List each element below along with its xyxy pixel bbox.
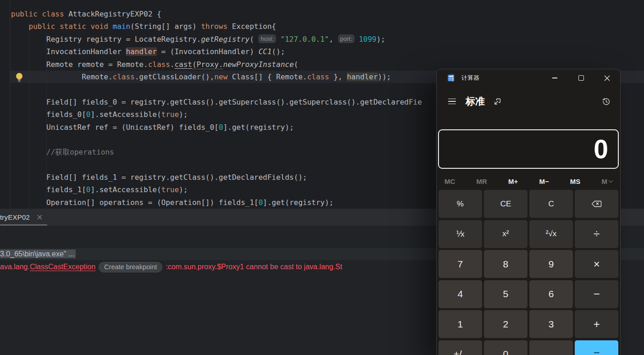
code-token: InvocationHandler <box>11 47 126 56</box>
six-button[interactable]: 6 <box>529 280 573 308</box>
close-icon <box>604 75 610 81</box>
code-token: ); <box>377 35 385 44</box>
negate-button[interactable]: +/₋ <box>439 340 482 355</box>
decimal-button[interactable]: . <box>529 340 573 355</box>
window-title: 计算器 <box>461 74 479 82</box>
code-token: 0 <box>86 185 91 194</box>
one-button[interactable]: 1 <box>439 310 482 338</box>
console-command-line: 3.0_65\bin\java.exe" ... <box>0 249 76 259</box>
display-value: 0 <box>594 130 608 168</box>
plus-button[interactable]: + <box>575 310 618 338</box>
mode-title: 标准 <box>466 95 485 108</box>
code-token: class <box>307 72 329 81</box>
memory-store-button[interactable]: MS <box>570 178 581 185</box>
run-tab-label: tryEXP02 <box>0 213 30 221</box>
console-command-text: 3.0_65\bin\java.exe" ... <box>0 250 76 258</box>
memory-flyout-button[interactable]: M <box>601 178 612 185</box>
minimize-button[interactable] <box>542 69 568 87</box>
code-line: Remote.class.getClassLoader(),new Class[… <box>11 71 422 83</box>
history-button[interactable] <box>602 97 611 106</box>
code-token: ); <box>179 110 188 119</box>
three-button[interactable]: 3 <box>529 310 573 338</box>
code-token: Exception{ <box>228 22 276 31</box>
code-token: ].setAccessible( <box>90 110 161 119</box>
code-token: getRegistry <box>201 35 250 44</box>
percent-button[interactable]: % <box>439 190 482 218</box>
code-token: CC1 <box>258 47 272 56</box>
calculator-display[interactable]: 0 <box>438 129 619 169</box>
multiply-button[interactable]: × <box>575 250 618 278</box>
calculator-titlebar[interactable]: 计算器 <box>437 69 620 87</box>
memory-subtract-button[interactable]: M− <box>539 178 549 185</box>
code-token: ); <box>179 185 188 194</box>
code-token: Class[] { Remote. <box>228 72 307 81</box>
exception-class-link[interactable]: ClassCastException <box>30 263 95 271</box>
code-token: (String[] args) <box>130 22 201 31</box>
four-button[interactable]: 4 <box>439 280 482 308</box>
memory-add-button[interactable]: M+ <box>508 178 518 185</box>
code-token: fields_1[ <box>11 185 86 194</box>
calculator-keypad: %CEC⅟xx²²√x÷789×456−123++/₋0.= <box>439 190 618 355</box>
menu-button[interactable] <box>448 99 456 105</box>
zero-button[interactable]: 0 <box>484 340 527 355</box>
code-token: ].setAccessible( <box>90 185 161 194</box>
code-token: Remote. <box>11 72 113 81</box>
five-button[interactable]: 5 <box>484 280 527 308</box>
chevron-down-icon <box>609 178 613 183</box>
code-line: public static void main(String[] args) t… <box>11 20 422 33</box>
code-token: 0 <box>258 198 263 207</box>
code-token: Field[] fields_1 = registry.getClass().g… <box>11 173 307 182</box>
square-root-button[interactable]: ²√x <box>529 220 573 248</box>
code-token: handler <box>347 72 378 81</box>
code-token: 0 <box>219 123 223 132</box>
code-line <box>11 159 422 171</box>
code-token: fields_0[ <box>11 110 86 119</box>
code-token: public class <box>11 10 68 18</box>
code-token <box>11 22 29 31</box>
code-token: class <box>113 72 135 81</box>
nine-button[interactable]: 9 <box>529 250 573 278</box>
square-button[interactable]: x² <box>484 220 527 248</box>
maximize-button[interactable] <box>568 69 594 87</box>
code-token: Operation[] operations = (Operation[]) f… <box>11 198 258 207</box>
clear-button[interactable]: C <box>529 190 573 218</box>
code-line: Operation[] operations = (Operation[]) f… <box>11 196 422 209</box>
code-token: Remote remote = Remote. <box>11 60 148 69</box>
close-button[interactable] <box>594 69 620 87</box>
code-token: ( <box>294 60 299 69</box>
memory-clear-button[interactable]: MC <box>444 178 455 185</box>
seven-button[interactable]: 7 <box>439 250 482 278</box>
keep-on-top-icon <box>494 97 502 105</box>
clear-entry-button[interactable]: CE <box>484 190 527 218</box>
code-token: AttackRegistryEXP02 { <box>68 10 161 18</box>
code-token: UnicastRef ref = (UnicastRef) fields_0[ <box>11 123 219 132</box>
code-token: Field[] fields_0 = registry.getClass().g… <box>11 98 422 106</box>
code-line: Field[] fields_0 = registry.getClass().g… <box>11 96 422 108</box>
inlay-hint: port: <box>338 34 355 43</box>
reciprocal-button[interactable]: ⅟x <box>439 220 482 248</box>
memory-recall-button[interactable]: MR <box>476 178 487 185</box>
code-token: 1099 <box>359 35 377 44</box>
screen: public class AttackRegistryEXP02 { publi… <box>0 0 644 355</box>
keep-on-top-button[interactable] <box>494 97 502 105</box>
tab-close-icon[interactable] <box>37 215 42 220</box>
create-breakpoint-pill[interactable]: Create breakpoint <box>99 262 162 272</box>
gutter-separator <box>10 0 10 209</box>
backspace-icon <box>591 200 602 207</box>
code-line: //获取operations <box>11 146 422 158</box>
two-button[interactable]: 2 <box>484 310 527 338</box>
code-token <box>276 35 281 44</box>
code-line <box>11 83 422 95</box>
calculator-app-icon <box>447 74 455 82</box>
divide-button[interactable]: ÷ <box>575 220 618 248</box>
code-token: cast <box>174 60 192 69</box>
code-token: )); <box>378 72 391 81</box>
code-line: fields_1[0].setAccessible(true); <box>11 183 422 196</box>
backspace-button[interactable] <box>575 190 618 218</box>
run-tab[interactable]: tryEXP02 <box>0 209 42 226</box>
inlay-hint: host: <box>258 34 276 43</box>
eight-button[interactable]: 8 <box>484 250 527 278</box>
minus-button[interactable]: − <box>575 280 618 308</box>
code-token: , <box>329 35 338 44</box>
equals-button[interactable]: = <box>575 340 618 355</box>
